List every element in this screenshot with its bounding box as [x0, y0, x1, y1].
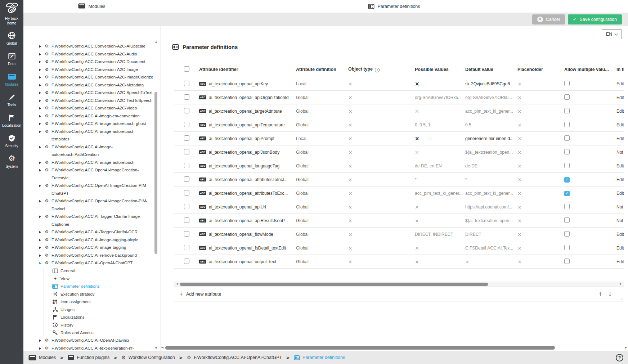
row-select-checkbox[interactable]	[184, 163, 189, 168]
sidebar-item-tools[interactable]: Tools	[2, 93, 21, 108]
collapsed-triangle-icon[interactable]	[39, 91, 41, 94]
table-row[interactable]: ABCai_textcreation_openai_fsDetail_textE…	[174, 241, 624, 255]
collapsed-triangle-icon[interactable]	[39, 53, 41, 56]
collapsed-triangle-icon[interactable]	[39, 68, 41, 71]
expanded-triangle-icon[interactable]	[39, 261, 42, 264]
tree-item-f-workflowconfig-acc-ai-image-tagging[interactable]: ⚙F.WorkflowConfig.ACC.AI-image-tagging	[39, 244, 160, 252]
breadcrumb-item-parameter-definitions[interactable]: Parameter definitions	[294, 355, 345, 360]
table-horizontal-scrollbar[interactable]: ◄ ►	[174, 282, 624, 287]
sidebar-item-data[interactable]: Data	[2, 51, 21, 67]
row-select-checkbox[interactable]	[184, 245, 189, 250]
allow-multiple-checkbox[interactable]	[564, 135, 570, 141]
collapsed-triangle-icon[interactable]	[39, 184, 41, 187]
tree-item-f-workflowconfig-acc-openai-imagecreation-freestyle[interactable]: ⚙F.WorkflowConfig.ACC.OpenAI-ImageCreati…	[39, 166, 160, 182]
allow-multiple-checkbox[interactable]	[564, 81, 570, 86]
tree-item-f-workflowconfig-acc-openai-imagecreation-pim-davinci[interactable]: ⚙F.WorkflowConfig.ACC.OpenAI-ImageCreati…	[39, 197, 160, 213]
allow-multiple-checkbox[interactable]	[564, 204, 570, 209]
tree-item-f-workflowconfig-acc-ai-image-autoretouch-templates[interactable]: ⚙F.WorkflowConfig.ACC.AI-image-autoretou…	[39, 128, 160, 143]
tree-item-f-workflowconfig-acc-ai-openai-davinci[interactable]: ⚙F.WorkflowConfig.ACC.AI-OpenAI-Davinci	[39, 337, 160, 345]
collapsed-triangle-icon[interactable]	[39, 45, 41, 48]
table-row[interactable]: ABCai_textcreation_openai_apiKeyLocal××s…	[174, 77, 624, 91]
tree-subitem-general[interactable]: General	[52, 267, 160, 275]
cancel-button[interactable]: × Cancel	[532, 14, 565, 24]
collapsed-triangle-icon[interactable]	[39, 169, 41, 172]
allow-multiple-checkbox[interactable]	[564, 231, 570, 237]
save-configuration-button[interactable]: ✓ Save configuration	[568, 14, 622, 24]
row-select-checkbox[interactable]	[184, 94, 189, 100]
tree-item-f-workflowconfig-acc-ai-remove-background[interactable]: ⚙F.WorkflowConfig.ACC.AI-remove-backgrou…	[39, 252, 160, 260]
resize-handle[interactable]	[618, 296, 623, 300]
tree-item-f-workflowconfig-acc-conversion-a2c-audio[interactable]: ⚙F.WorkflowConfig.ACC.Conversion-A2C-Aud…	[39, 50, 160, 58]
table-row[interactable]: ABCai_textcreation_openai_apiJsonBodyGlo…	[174, 145, 624, 159]
sidebar-item-global[interactable]: Global	[2, 31, 21, 46]
tree-item-f-workflowconfig-acc-conversion-a2c-metadata[interactable]: ⚙F.WorkflowConfig.ACC.Conversion-A2C-Met…	[39, 81, 160, 89]
tree-item-f-workflowconfig-acc-ai-text-generation-nf[interactable]: ⚙F.WorkflowConfig.ACC.AI-text-generation…	[39, 345, 160, 351]
row-select-checkbox[interactable]	[184, 259, 189, 264]
table-row[interactable]: ABCai_textcreation_openai_flowModeGlobal…	[174, 228, 624, 241]
collapsed-triangle-icon[interactable]	[39, 99, 41, 102]
table-row[interactable]: ABCai_textcreation_openai_apiUrlGlobal××…	[174, 200, 624, 214]
tree-item-f-workflowconfig-acc-ai-tagger-clarifai-ocr[interactable]: ⚙F.WorkflowConfig.ACC.AI-Tagger-Clarifai…	[39, 228, 160, 236]
tree-item-f-workflowconfig-acc-conversion-a2c-image[interactable]: ⚙F.WorkflowConfig.ACC.Conversion-A2C-Ima…	[39, 66, 160, 74]
tree-item-f-workflowconfig-acc-conversion-a2c-speechtotext[interactable]: ⚙F.WorkflowConfig.ACC.Conversion-A2C-Spe…	[39, 89, 160, 97]
scroll-right-arrow-icon[interactable]: ►	[620, 282, 622, 286]
tree-subitem-roles-and-access[interactable]: Roles and Access	[52, 329, 160, 337]
collapsed-triangle-icon[interactable]	[39, 239, 41, 242]
collapsed-triangle-icon[interactable]	[39, 254, 41, 257]
select-all-checkbox[interactable]	[184, 66, 189, 72]
page-horizontal-scrollbar[interactable]: ◄ ►	[160, 345, 628, 350]
tree-item-f-workflowconfig-acc-conversion-a2c-video[interactable]: ⚙F.WorkflowConfig.ACC.Conversion-A2C-Vid…	[39, 104, 160, 112]
table-scrollbar-thumb[interactable]	[180, 283, 488, 286]
sidebar-item-security[interactable]: Security	[2, 134, 21, 149]
row-select-checkbox[interactable]	[184, 231, 189, 237]
allow-multiple-checkbox[interactable]	[564, 245, 570, 250]
tree-item-f-workflowconfig-acc-conversion-a2c-aiupscale[interactable]: ⚙F.WorkflowConfig.ACC.Conversion-A2C-AIU…	[39, 42, 160, 50]
table-row[interactable]: ABCai_textcreation_openai_apiPromptLocal…	[174, 132, 624, 145]
add-new-attribute-button[interactable]: Add new attribute	[186, 292, 221, 297]
page-scrollbar-thumb[interactable]	[165, 346, 555, 350]
table-row[interactable]: ABCai_textcreation_openai_languageTagGlo…	[174, 159, 624, 173]
allow-multiple-checkbox[interactable]: ✓	[564, 177, 570, 183]
row-select-checkbox[interactable]	[184, 81, 189, 86]
row-select-checkbox[interactable]	[184, 190, 189, 196]
collapsed-triangle-icon[interactable]	[39, 347, 41, 350]
collapsed-triangle-icon[interactable]	[39, 339, 41, 342]
tree-item-f-workflowconfig-acc-conversion-a2c-imagecolorize[interactable]: ⚙F.WorkflowConfig.ACC.Conversion-A2C-Ima…	[39, 73, 160, 81]
collapsed-triangle-icon[interactable]	[39, 246, 41, 249]
allow-multiple-checkbox[interactable]	[564, 108, 570, 113]
row-select-checkbox[interactable]	[184, 217, 189, 223]
move-up-arrow-icon[interactable]: ↑	[598, 291, 603, 297]
collapsed-triangle-icon[interactable]	[39, 76, 41, 79]
table-row[interactable]: ABCai_textcreation_openai_apiOrganizatio…	[174, 91, 624, 104]
allow-multiple-checkbox[interactable]: ✓	[564, 191, 570, 196]
allow-multiple-checkbox[interactable]	[564, 122, 570, 127]
row-select-checkbox[interactable]	[184, 122, 189, 127]
tree-subitem-view[interactable]: + View	[52, 275, 160, 283]
tree-item-f-workflowconfig-acc-openai-imagecreation-pim-chatgpt[interactable]: ⚙F.WorkflowConfig.ACC.OpenAI-ImageCreati…	[39, 182, 160, 197]
breadcrumb-item-f-workflowconfig-acc-ai-openai-chatgpt[interactable]: ⚙ F.WorkflowConfig.ACC.AI-OpenAI-ChatGPT	[187, 355, 282, 360]
collapsed-triangle-icon[interactable]	[39, 84, 41, 87]
row-select-checkbox[interactable]	[184, 149, 189, 154]
tree-vertical-scrollbar[interactable]: ▲ ▼	[154, 40, 158, 350]
fly-back-home-button[interactable]: Fly back home	[5, 2, 19, 26]
scroll-down-arrow-icon[interactable]: ▼	[154, 346, 158, 350]
tree-item-f-workflowconfig-acc-ai-image-tagging-pixyle[interactable]: ⚙F.WorkflowConfig.ACC.AI-image-tagging-p…	[39, 236, 160, 244]
breadcrumb-item-function-plugins[interactable]: Function plugins	[68, 355, 109, 360]
tree-subitem-usages[interactable]: Usages	[52, 306, 160, 314]
scroll-left-arrow-icon[interactable]: ◄	[161, 346, 163, 349]
sidebar-item-localization[interactable]: Localization	[2, 113, 21, 128]
row-select-checkbox[interactable]	[184, 135, 189, 141]
collapsed-triangle-icon[interactable]	[39, 122, 41, 125]
breadcrumb-item-modules[interactable]: Modules	[28, 355, 56, 361]
collapsed-triangle-icon[interactable]	[39, 115, 41, 118]
sidebar-item-modules[interactable]: Modules	[2, 72, 21, 87]
info-icon[interactable]: i	[375, 68, 380, 72]
collapsed-triangle-icon[interactable]	[39, 215, 41, 218]
table-row[interactable]: ABCai_textcreation_openai_output_textGlo…	[174, 255, 624, 269]
tree-item-f-workflowconfig-acc-conversion-a2c-texttospeech[interactable]: ⚙F.WorkflowConfig.ACC.Conversion-A2C-Tex…	[39, 97, 160, 105]
tree-item-f-workflowconfig-acc-ai-image-autoretouch-ghost[interactable]: ⚙F.WorkflowConfig.ACC.AI-image-autoretou…	[39, 120, 160, 128]
tree-item-f-workflowconfig-acc-ai-openai-chatgpt[interactable]: ⚙F.WorkflowConfig.ACC.AI-OpenAI-ChatGPT	[39, 259, 160, 267]
tree-item-f-workflowconfig-acc-conversion-a2c-document[interactable]: ⚙F.WorkflowConfig.ACC.Conversion-A2C-Doc…	[39, 58, 160, 66]
tree-item-f-workflowconfig-acc-ai-image-autoretouch-pathcreation[interactable]: ⚙F.WorkflowConfig.ACC.AI-image-autoretou…	[39, 143, 160, 159]
tree-item-f-workflowconfig-acc-ai-image-autoretouch[interactable]: ⚙F.WorkflowConfig.ACC.AI-image-autoretou…	[39, 159, 160, 167]
